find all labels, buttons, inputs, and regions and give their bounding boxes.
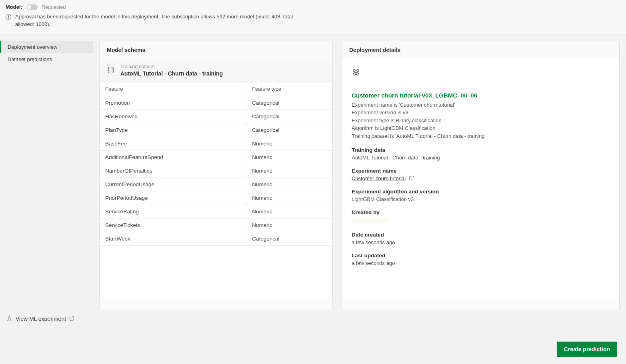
table-row[interactable]: NumberOfPenaltiesNumeric: [100, 164, 332, 177]
feature-cell: CurrentPeriodUsage: [100, 177, 246, 191]
date-created-heading: Date created: [352, 232, 610, 238]
table-row[interactable]: AdditionalFeatureSpendNumeric: [100, 150, 332, 164]
flask-icon: [6, 316, 12, 322]
col-feature[interactable]: Feature: [100, 82, 246, 96]
table-row[interactable]: ServiceTicketsNumeric: [100, 218, 332, 232]
training-dataset-band: Training dataset AutoML Tutorial - Churn…: [100, 59, 332, 82]
table-row[interactable]: ServiceRatingNumeric: [100, 205, 332, 218]
external-link-icon: [69, 316, 74, 321]
info-icon: i: [6, 14, 11, 20]
feature-cell: ServiceRating: [100, 205, 246, 218]
table-row[interactable]: BaseFeeNumeric: [100, 137, 332, 150]
svg-point-0: [108, 67, 113, 69]
feature-cell: ServiceTickets: [100, 218, 246, 232]
panel-footer: [342, 297, 619, 310]
topbar: Model: Requested i Approval has been req…: [0, 0, 626, 34]
experiment-name-heading: Experiment name: [352, 168, 610, 174]
table-row[interactable]: StartWeekCategorical: [100, 232, 332, 245]
last-updated-heading: Last updated: [352, 253, 610, 259]
type-cell: Numeric: [246, 150, 332, 164]
meta-line: Training dataset is 'AutoML Tutorial - C…: [352, 132, 610, 140]
type-cell: Categorical: [246, 123, 332, 137]
type-cell: Numeric: [246, 191, 332, 205]
sidebar-item-label: Dataset predictions: [8, 56, 52, 62]
feature-cell: NumberOfPenalties: [100, 164, 246, 177]
col-type[interactable]: Feature type: [246, 82, 332, 96]
sidebar: Deployment overview Dataset predictions …: [0, 34, 93, 314]
algo-value: LightGBM Classification v3: [352, 196, 610, 202]
algo-heading: Experiment algorithm and version: [352, 189, 610, 195]
date-created-value: a few seconds ago: [352, 239, 610, 245]
create-prediction-button[interactable]: Create prediction: [557, 342, 617, 357]
schema-table: Feature Feature type PromotionCategorica…: [100, 82, 332, 246]
sidebar-item-label: Deployment overview: [8, 44, 57, 50]
feature-cell: PriorPeriodUsage: [100, 191, 246, 205]
meta-line: Experiment version is v3: [352, 109, 610, 117]
type-cell: Numeric: [246, 177, 332, 191]
model-label: Model:: [6, 4, 22, 10]
approval-message: Approval has been requested for the mode…: [15, 13, 295, 28]
model-status: Requested: [42, 4, 66, 10]
meta-line: Experiment type is Binary classification: [352, 117, 610, 125]
table-row[interactable]: PriorPeriodUsageNumeric: [100, 191, 332, 205]
panel-title: Deployment details: [342, 41, 619, 59]
table-row[interactable]: CurrentPeriodUsageNumeric: [100, 177, 332, 191]
model-toggle[interactable]: [26, 4, 38, 10]
view-ml-label: View ML experiment: [16, 316, 66, 322]
divider: [352, 86, 610, 86]
svg-point-3: [356, 72, 356, 72]
feature-cell: PlanType: [100, 123, 246, 137]
training-data-value: AutoML Tutorial - Churn data - training: [352, 155, 610, 161]
model-title-link[interactable]: Customer churn tutorial-v03_LGBMC_00_06: [352, 92, 477, 99]
training-data-heading: Training data: [352, 147, 610, 153]
created-by-heading: Created by: [352, 209, 610, 215]
feature-cell: Promotion: [100, 96, 246, 109]
external-link-icon: [409, 175, 414, 181]
type-cell: Categorical: [246, 96, 332, 109]
table-row[interactable]: HasRenewedCategorical: [100, 109, 332, 123]
sidebar-item-dataset-predictions[interactable]: Dataset predictions: [0, 53, 93, 66]
feature-cell: HasRenewed: [100, 109, 246, 123]
feature-cell: BaseFee: [100, 137, 246, 150]
meta-line: Experiment name is 'Customer churn tutor…: [352, 101, 610, 109]
table-row[interactable]: PromotionCategorical: [100, 96, 332, 109]
dataset-name: AutoML Tutorial - Churn data - training: [120, 70, 223, 77]
feature-cell: AdditionalFeatureSpend: [100, 150, 246, 164]
type-cell: Numeric: [246, 205, 332, 218]
meta-line: Algorithm is LightGBM Classification: [352, 124, 610, 132]
sidebar-item-deployment-overview[interactable]: Deployment overview: [0, 41, 93, 53]
model-schema-panel: Model schema Training dataset AutoML Tut…: [99, 41, 333, 310]
type-cell: Numeric: [246, 137, 332, 150]
deployment-details-panel: Deployment details Customer churn tutori…: [342, 41, 620, 310]
dataset-label: Training dataset: [120, 64, 223, 70]
panel-title: Model schema: [100, 41, 332, 59]
last-updated-value: a few seconds ago: [352, 260, 610, 266]
feature-cell: StartWeek: [100, 232, 246, 245]
type-cell: Numeric: [246, 164, 332, 177]
created-by-value: [352, 218, 388, 223]
atom-icon: [352, 68, 360, 77]
experiment-name-link[interactable]: Customer churn tutorial: [352, 175, 406, 181]
panel-footer: [100, 297, 332, 310]
type-cell: Numeric: [246, 218, 332, 232]
type-cell: Categorical: [246, 109, 332, 123]
view-ml-experiment-link[interactable]: View ML experiment: [6, 316, 74, 322]
database-icon: [107, 66, 115, 74]
table-row[interactable]: PlanTypeCategorical: [100, 123, 332, 137]
type-cell: Categorical: [246, 232, 332, 245]
